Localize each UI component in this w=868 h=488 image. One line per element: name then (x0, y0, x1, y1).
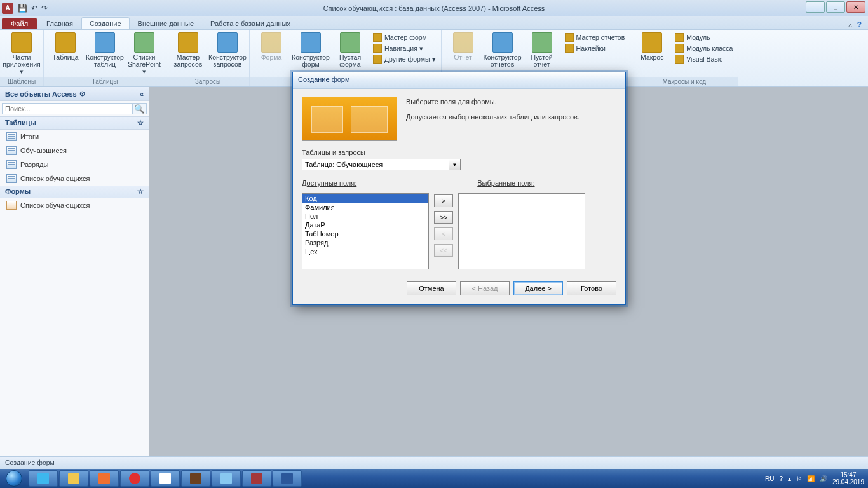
ribbon-icon (134, 32, 154, 53)
ribbon-tab-2[interactable]: Внешние данные (130, 17, 202, 29)
ribbon-button[interactable]: Частиприложения ▾ (3, 31, 41, 76)
maximize-button[interactable]: □ (826, 1, 845, 13)
ribbon-tab-1[interactable]: Создание (81, 17, 130, 29)
taskbar-explorer[interactable] (59, 470, 88, 487)
cancel-button[interactable]: Отмена (407, 281, 456, 295)
ribbon-tab-3[interactable]: Работа с базами данных (202, 17, 299, 29)
tables-combo[interactable]: ▼ (302, 159, 461, 170)
ribbon-small-button[interactable]: Мастер форм (370, 32, 438, 43)
add-field-button[interactable]: > (434, 194, 453, 207)
ribbon-small-icon (373, 44, 382, 53)
ribbon-small-button[interactable]: Visual Basic (672, 54, 735, 64)
ribbon-icon (301, 32, 321, 53)
nav-item[interactable]: Итоги (0, 130, 149, 144)
ribbon-button[interactable]: Конструкторформ (292, 31, 330, 69)
table-icon (6, 132, 17, 141)
taskbar-mediaplayer[interactable] (90, 470, 119, 487)
close-button[interactable]: ✕ (846, 1, 865, 13)
tray-help-icon[interactable]: ? (779, 475, 783, 482)
tray-clock[interactable]: 15:47 29.04.2019 (832, 471, 864, 485)
nav-item[interactable]: Разряды (0, 158, 149, 172)
tray-chevron-icon[interactable]: ▴ (788, 475, 791, 482)
nav-item[interactable]: Список обучающихся (0, 172, 149, 186)
add-all-fields-button[interactable]: >> (434, 211, 453, 224)
tray-volume-icon[interactable]: 🔊 (820, 475, 827, 482)
ribbon-button[interactable]: Конструктортаблиц (86, 31, 124, 69)
ribbon-button[interactable]: Таблица (46, 31, 85, 62)
form-wizard-dialog: Создание форм Выберите поля для формы. Д… (292, 72, 626, 305)
selected-fields-label: Выбранные поля: (477, 179, 534, 187)
tables-combo-input[interactable] (302, 159, 449, 170)
ribbon-small-button[interactable]: Наклейки (562, 43, 628, 53)
taskbar-word[interactable] (273, 470, 302, 487)
tray-lang[interactable]: RU (765, 475, 774, 482)
available-fields-list[interactable]: КодФамилияПолДатаРТабНомерРазрядЦех (302, 193, 429, 269)
nav-item[interactable]: Обучающиеся (0, 144, 149, 158)
nav-item[interactable]: Список обучающихся (0, 198, 149, 212)
next-button[interactable]: Далее > (513, 281, 563, 295)
field-item[interactable]: Цех (302, 247, 428, 256)
nav-section-header[interactable]: Таблицы☆ (0, 117, 149, 130)
ribbon-small-icon (675, 33, 684, 42)
redo-icon[interactable]: ↷ (41, 4, 48, 13)
taskbar-access[interactable] (242, 470, 271, 487)
ribbon-small-button[interactable]: Навигация ▾ (370, 43, 438, 53)
help-icon[interactable]: ? (857, 20, 862, 29)
nav-header[interactable]: Все объекты Access ⊙ « (0, 87, 149, 101)
ribbon-icon (95, 32, 115, 53)
ribbon-button[interactable]: Конструкторзапросов (208, 31, 247, 69)
ribbon-small-button[interactable]: Модуль класса (672, 43, 735, 53)
ribbon-button[interactable]: Конструкторотчетов (484, 31, 522, 69)
taskbar-opera[interactable] (120, 470, 149, 487)
ribbon-button[interactable]: Макрос (633, 31, 671, 62)
start-button[interactable] (0, 469, 28, 488)
field-item[interactable]: ТабНомер (302, 229, 428, 238)
file-tab[interactable]: Файл (2, 18, 37, 29)
ribbon-small-button[interactable]: Мастер отчетов (562, 32, 628, 43)
back-button[interactable]: < Назад (460, 281, 510, 295)
search-input[interactable] (2, 103, 133, 114)
field-item[interactable]: Фамилия (302, 203, 428, 212)
ribbon-group-label: Запросы (166, 77, 249, 86)
field-item[interactable]: Код (302, 194, 428, 203)
ribbon-group: ТаблицаКонструктортаблицСпискиSharePoint… (44, 30, 166, 86)
ribbon-button: Отчет (444, 31, 482, 62)
tables-combo-dropdown[interactable]: ▼ (449, 159, 461, 170)
nav-collapse-icon[interactable]: « (140, 90, 144, 98)
ribbon-icon (532, 32, 552, 53)
taskbar-paint[interactable] (212, 470, 241, 487)
minimize-button[interactable]: — (806, 1, 825, 13)
tray-flag-icon[interactable]: ⚐ (796, 475, 802, 482)
save-icon[interactable]: 💾 (18, 4, 27, 13)
taskbar-ie[interactable] (29, 470, 58, 487)
field-item[interactable]: Пол (302, 212, 428, 220)
ribbon-small-button[interactable]: Модуль (672, 32, 735, 43)
remove-all-fields-button[interactable]: << (434, 244, 453, 257)
field-item[interactable]: Разряд (302, 238, 428, 247)
windows-orb-icon (6, 470, 22, 487)
ribbon-button[interactable]: Мастерзапросов (169, 31, 207, 69)
field-item[interactable]: ДатаР (302, 220, 428, 229)
nav-search: 🔍 (0, 101, 149, 117)
remove-field-button[interactable]: < (434, 227, 453, 240)
search-button[interactable]: 🔍 (133, 103, 147, 114)
ribbon-icon (340, 32, 360, 53)
ribbon-button[interactable]: Пустаяформа (331, 31, 369, 69)
ribbon-button[interactable]: Пустойотчет (523, 31, 561, 69)
nav-section-header[interactable]: Формы☆ (0, 186, 149, 198)
ribbon-button: Форма (252, 31, 290, 62)
finish-button[interactable]: Готово (567, 281, 616, 295)
taskbar-yandex[interactable] (151, 470, 180, 487)
taskbar: RU ? ▴ ⚐ 📶 🔊 15:47 29.04.2019 (0, 469, 868, 488)
ribbon-small-button[interactable]: Другие формы ▾ (370, 54, 438, 64)
ribbon-icon (11, 32, 32, 53)
ribbon-button[interactable]: СпискиSharePoint ▾ (125, 31, 163, 76)
undo-icon[interactable]: ↶ (31, 4, 37, 13)
tray-network-icon[interactable]: 📶 (807, 475, 815, 482)
selected-fields-list[interactable] (458, 193, 585, 269)
tables-queries-label: Таблицы и запросы (302, 149, 616, 156)
taskbar-winrar[interactable] (181, 470, 210, 487)
minimize-ribbon-icon[interactable]: ▵ (848, 20, 852, 29)
ribbon-icon (261, 32, 281, 53)
ribbon-tab-0[interactable]: Главная (38, 17, 81, 29)
